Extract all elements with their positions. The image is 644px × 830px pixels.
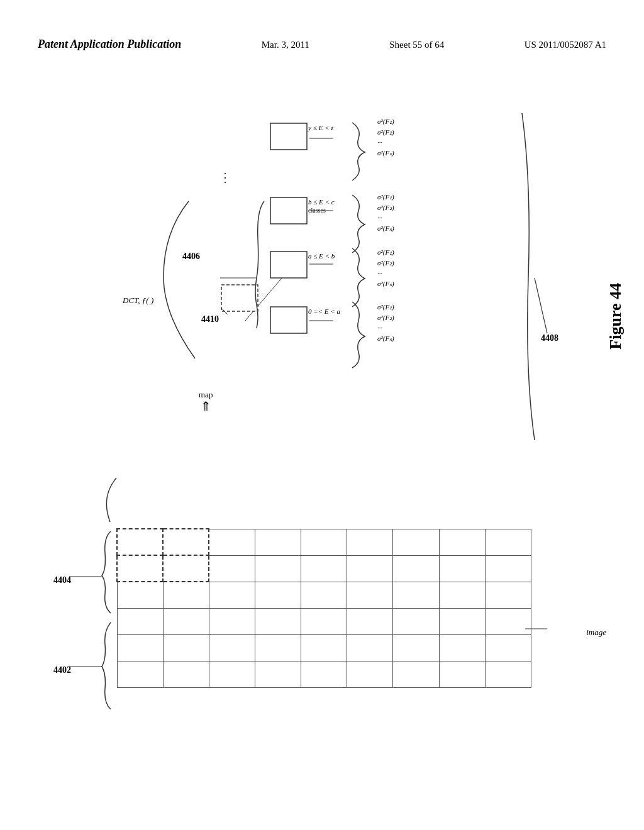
grid-cell	[393, 661, 439, 687]
svg-line-8	[221, 308, 228, 314]
grid-cell	[117, 582, 163, 608]
grid-cell	[117, 661, 163, 687]
svg-line-0	[245, 277, 283, 321]
grid-cell	[393, 529, 439, 555]
grid-cell	[439, 529, 485, 555]
grid-cell	[393, 634, 439, 661]
condition-row3: y ≤ E < z	[308, 123, 333, 132]
grid-cell	[485, 529, 531, 555]
grid-cell	[393, 555, 439, 582]
label-4410: 4410	[201, 314, 219, 324]
grid-cell	[163, 555, 209, 582]
condition-row0: 0 =< E < a	[308, 307, 340, 316]
grid-cell	[393, 582, 439, 608]
map-text: map	[199, 390, 213, 400]
label-4404: 4404	[53, 575, 71, 585]
label-4406: 4406	[182, 252, 200, 262]
sigma-row1: σ²(F₁) σ²(F₂) ··· σ²(Fₙ)	[377, 247, 394, 289]
grid-cell	[347, 661, 393, 687]
grid-cell	[255, 634, 301, 661]
grid-cell	[117, 529, 163, 555]
grid-cell	[255, 661, 301, 687]
dct-label: DCT, ƒ( )	[123, 296, 153, 306]
label-4408: 4408	[541, 333, 558, 343]
grid-cell	[255, 555, 301, 582]
grid-cell	[209, 582, 255, 608]
figure-label: Figure 44	[606, 283, 625, 350]
grid-cell	[347, 608, 393, 634]
condition-row2: b ≤ E < c classes	[308, 197, 335, 214]
svg-rect-4	[270, 197, 307, 224]
grid-cell	[163, 529, 209, 555]
sigma-row0: σ²(F₁) σ²(F₂) ··· σ²(Fₙ)	[377, 302, 394, 343]
grid-cell	[485, 634, 531, 661]
grid-cell	[347, 582, 393, 608]
grid-cell	[255, 608, 301, 634]
grid-cell	[301, 634, 347, 661]
grid-cell	[301, 608, 347, 634]
vertical-dots: ⋮	[219, 170, 230, 185]
grid-cell	[439, 555, 485, 582]
label-4402: 4402	[53, 665, 71, 675]
sigma-row3: σ²(F₁) σ²(F₂) ··· σ²(Fₙ)	[377, 116, 394, 158]
svg-rect-2	[270, 307, 307, 333]
grid-cell	[301, 582, 347, 608]
grid-cell	[255, 582, 301, 608]
page: Patent Application Publication Mar. 3, 2…	[0, 0, 644, 830]
image-grid-container	[116, 528, 531, 688]
header: Patent Application Publication Mar. 3, 2…	[0, 38, 644, 51]
svg-line-1	[535, 278, 547, 333]
grid-cell	[485, 555, 531, 582]
grid-cell	[439, 608, 485, 634]
svg-rect-6	[221, 285, 258, 311]
grid-cell	[347, 634, 393, 661]
grid-cell	[117, 608, 163, 634]
grid-cell	[163, 634, 209, 661]
grid-cell	[117, 634, 163, 661]
header-patent: US 2011/0052087 A1	[525, 40, 606, 50]
grid-cell	[439, 661, 485, 687]
grid-cell	[439, 582, 485, 608]
image-grid	[116, 528, 531, 688]
header-title: Patent Application Publication	[38, 38, 181, 51]
grid-cell	[485, 661, 531, 687]
grid-cell	[393, 608, 439, 634]
svg-rect-3	[270, 252, 307, 278]
grid-cell	[255, 529, 301, 555]
grid-cell	[163, 582, 209, 608]
grid-cell	[209, 555, 255, 582]
grid-cell	[163, 608, 209, 634]
grid-cell	[347, 529, 393, 555]
svg-rect-5	[270, 123, 307, 150]
grid-cell	[485, 582, 531, 608]
arrow-up-icon: ⇑	[201, 400, 211, 412]
grid-cell	[347, 555, 393, 582]
grid-cell	[301, 555, 347, 582]
header-date: Mar. 3, 2011	[262, 40, 309, 50]
grid-cell	[117, 555, 163, 582]
condition-row1: a ≤ E < b	[308, 252, 335, 260]
sigma-row2: σ²(F₁) σ²(F₂) ··· σ²(Fₙ)	[377, 192, 394, 233]
image-label: image	[586, 628, 606, 638]
grid-cell	[439, 634, 485, 661]
grid-cell	[209, 529, 255, 555]
grid-cell	[209, 661, 255, 687]
grid-cell	[301, 529, 347, 555]
grid-cell	[209, 608, 255, 634]
grid-cell	[163, 661, 209, 687]
grid-cell	[485, 608, 531, 634]
header-sheet: Sheet 55 of 64	[389, 40, 444, 50]
map-label: map ⇑	[199, 390, 213, 412]
grid-cell	[209, 634, 255, 661]
grid-cell	[301, 661, 347, 687]
